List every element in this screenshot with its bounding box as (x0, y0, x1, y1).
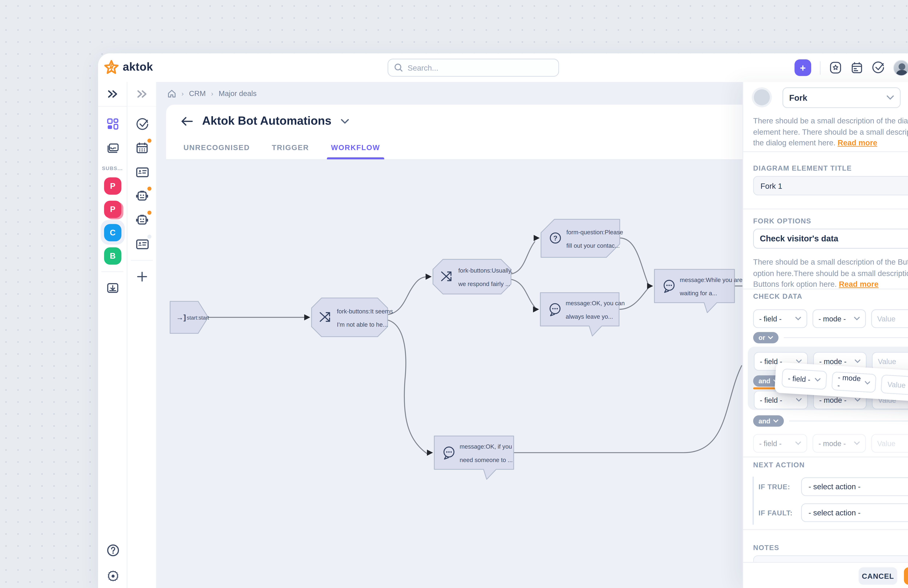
field-select[interactable]: - field - (781, 368, 827, 390)
notification-dot (147, 186, 152, 191)
save-button[interactable]: SAVE (904, 567, 908, 585)
search-input[interactable] (407, 64, 552, 72)
or-operator-chip[interactable]: or (753, 332, 779, 343)
sidebar-item-inbox[interactable] (98, 136, 127, 160)
mode-select[interactable]: - mode - (813, 309, 866, 328)
flow-node-message-2[interactable]: message:While you arewaiting for a... (655, 269, 742, 313)
field-select[interactable]: - field - (753, 434, 807, 453)
read-more-link[interactable]: Read more (837, 139, 877, 147)
tab-unrecognised[interactable]: UNRECOGNISED (184, 140, 250, 159)
value-input[interactable] (871, 434, 908, 453)
value-input[interactable] (881, 374, 908, 396)
fork-options-value: Check visitor's data (760, 234, 838, 243)
mode-select[interactable]: - mode - (831, 371, 877, 393)
desktop-background: aktok + (0, 0, 908, 588)
sidebar2-item-robot-4[interactable] (127, 208, 157, 232)
app-logo[interactable]: aktok (103, 59, 153, 76)
cancel-button[interactable]: CANCEL (859, 567, 897, 585)
svg-text:I'm not able to he...: I'm not able to he... (337, 321, 388, 328)
diagram-element-title-input[interactable] (753, 176, 908, 196)
page-title: Aktok Bot Automations (202, 114, 332, 128)
value-input[interactable] (871, 309, 908, 328)
element-description: There should be a small description of t… (753, 116, 908, 149)
flow-node-fork-1[interactable]: fork-buttons:It seemsI'm not able to he.… (312, 298, 393, 337)
logo-text: aktok (123, 61, 153, 74)
calendar-icon[interactable] (851, 61, 863, 74)
flow-node-message-3[interactable]: message:OK, if youneed someone to ... (434, 436, 514, 479)
notification-dot (147, 210, 152, 215)
flow-node-message-1[interactable]: message:OK, you canalways leave yo... (541, 293, 625, 336)
favorites-icon[interactable] (829, 61, 842, 74)
sidebar2-item-calendar-1[interactable] (127, 136, 157, 160)
sidebar2-item-check-circle-0[interactable] (127, 112, 157, 136)
field-select[interactable]: - field - (753, 309, 807, 328)
breadcrumb-item-crm[interactable]: CRM (189, 89, 206, 97)
avatar-letter: P (104, 200, 121, 218)
panel-divider (743, 529, 908, 530)
read-more-link[interactable]: Read more (839, 280, 878, 288)
flow-node-fork-2[interactable]: fork-buttons:Usually,we respond fairly .… (433, 259, 512, 294)
condition-row-disabled: - field - - mode - − (753, 434, 908, 453)
svg-text:always leave yo...: always leave yo... (566, 313, 613, 320)
flow-arrowhead-icon (426, 274, 431, 280)
home-icon[interactable] (167, 89, 176, 98)
if-true-select[interactable]: - select action - (801, 477, 908, 496)
flow-arrowhead-icon (534, 235, 540, 241)
sidebar-avatar-p-0[interactable]: P (98, 174, 127, 198)
sidebar-avatar-c-2[interactable]: C (98, 221, 127, 244)
add-button[interactable]: + (794, 59, 811, 76)
sidebar-avatar-p-1[interactable]: P (98, 197, 127, 221)
fork-options-description: There should be a small description of t… (753, 257, 908, 290)
flow-arrowhead-icon (427, 450, 433, 456)
panel-divider (743, 151, 908, 152)
sidebar-expand-button[interactable] (98, 82, 127, 107)
if-fault-select[interactable]: - select action - (801, 503, 908, 522)
notification-dot (147, 234, 152, 239)
sidebar2-expand-button[interactable] (127, 82, 156, 107)
add-bot-button[interactable] (127, 265, 157, 289)
element-type-select[interactable]: Fork (782, 87, 900, 108)
app-window: aktok + (98, 53, 908, 588)
back-arrow-icon[interactable] (181, 116, 193, 125)
panel-footer: CANCEL SAVE (743, 562, 908, 588)
value-input[interactable] (872, 352, 908, 371)
notes-textarea[interactable] (753, 555, 908, 562)
notification-dot (147, 138, 152, 143)
and-operator-chip[interactable]: and (753, 415, 784, 427)
svg-text:message:While you are: message:While you are (680, 276, 742, 283)
tasks-check-icon[interactable] (872, 61, 885, 74)
fork-options-select[interactable]: Check visitor's data (753, 229, 908, 249)
sidebar2-item-id-card-2[interactable] (127, 160, 157, 184)
sidebar-item-dashboard[interactable] (98, 112, 127, 136)
flow-node-form-question[interactable]: ?form-question:Pleasefill out your conta… (541, 219, 623, 257)
app-header: aktok + (98, 53, 908, 82)
sidebar-item-archive[interactable] (98, 276, 127, 300)
panel-divider (743, 456, 908, 457)
user-avatar[interactable] (893, 60, 908, 76)
flow-arrowhead-icon (304, 314, 310, 320)
sidebar2-item-id-card-5[interactable] (127, 232, 157, 256)
breadcrumb-chevron-icon: › (211, 90, 213, 97)
flow-edge (620, 238, 649, 284)
flow-edge (511, 241, 535, 274)
settings-gear-icon[interactable] (106, 570, 119, 583)
if-fault-label: IF FAULT: (758, 509, 793, 517)
mode-select[interactable]: - mode - (813, 434, 866, 453)
tab-workflow[interactable]: WORKFLOW (331, 140, 380, 159)
sidebar2-item-robot-3[interactable] (127, 184, 157, 208)
sidebar-avatar-b-3[interactable]: B (98, 244, 127, 267)
help-icon[interactable] (106, 544, 119, 557)
svg-text:start:start: start:start (187, 315, 209, 321)
tab-trigger[interactable]: TRIGGER (272, 140, 309, 159)
element-type-value: Fork (789, 93, 807, 102)
flow-edge (511, 279, 535, 307)
search-bar[interactable] (388, 59, 559, 77)
svg-text:fork-buttons:Usually,: fork-buttons:Usually, (458, 267, 513, 274)
next-action-label: NEXT ACTION (753, 461, 805, 469)
flow-node-start[interactable]: →]start:start (170, 301, 209, 333)
if-true-label: IF TRUE: (758, 483, 790, 491)
svg-text:fork-buttons:It seems: fork-buttons:It seems (337, 308, 393, 315)
title-chevron-down-icon[interactable] (341, 118, 349, 124)
breadcrumb-item-major-deals[interactable]: Major deals (219, 89, 257, 97)
svg-text:we respond fairly ...: we respond fairly ... (458, 281, 510, 287)
